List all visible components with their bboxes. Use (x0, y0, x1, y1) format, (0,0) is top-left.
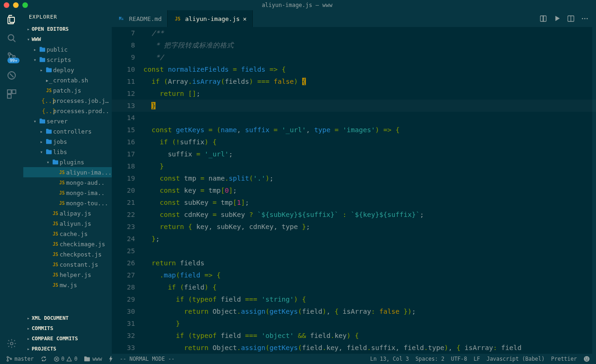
tree-item[interactable]: ▸controllers (23, 126, 112, 136)
tree-item[interactable]: JSmw.js (23, 280, 112, 290)
explorer-icon[interactable] (5, 13, 18, 26)
md-icon: M↓ (117, 16, 126, 21)
tree-label: crontab.sh (53, 77, 88, 84)
folder-status[interactable]: www (81, 356, 105, 362)
sh-icon: ▸_ (45, 77, 53, 84)
problems-status[interactable]: 0 0 (50, 356, 81, 362)
js-icon: JS (51, 231, 60, 236)
svg-point-0 (8, 35, 14, 40)
svg-point-16 (584, 18, 586, 20)
json-icon: {..} (45, 108, 53, 115)
encoding-status[interactable]: UTF-8 (448, 356, 471, 362)
js-icon: JS (173, 16, 182, 21)
tree-item[interactable]: ▾libs (23, 147, 112, 157)
svg-rect-7 (7, 90, 11, 94)
fld-icon (45, 67, 53, 73)
debug-icon[interactable] (5, 69, 18, 82)
section-open-editors[interactable]: ▸OPEN EDITORS (23, 24, 112, 34)
window-controls (4, 2, 28, 8)
cursor-position[interactable]: Ln 13, Col 3 (367, 356, 412, 362)
section-label: COMMITS (32, 325, 53, 331)
sidebar-title: EXPLORER (23, 10, 112, 24)
tree-item[interactable]: JSmongo-ima.. (23, 188, 112, 198)
tree-item[interactable]: ▾scripts (23, 54, 112, 65)
run-icon[interactable] (554, 15, 561, 22)
tree-item[interactable]: ▾plugins (23, 157, 112, 167)
js-icon: JS (45, 88, 53, 93)
tree-label: public (47, 46, 68, 53)
tree-label: cache.js (60, 230, 88, 237)
tree-item[interactable]: ▾server (23, 116, 112, 126)
tree-item[interactable]: JScheckimage.js (23, 239, 112, 249)
section-label: PROJECTS (32, 346, 56, 352)
language-status[interactable]: Javascript (Babel) (483, 356, 548, 362)
close-tab-icon[interactable]: ✕ (243, 15, 247, 22)
section-xml[interactable]: ▸XML DOCUMENT (23, 313, 112, 323)
tree-item[interactable]: {..}processes.job.j... (23, 95, 112, 106)
svg-rect-9 (7, 94, 11, 98)
tree-label: aliyun-ima... (66, 169, 112, 176)
tree-item[interactable]: {..}processes.prod.. (23, 106, 112, 116)
tree-item[interactable]: JShelper.js (23, 270, 112, 280)
source-control-icon[interactable]: 99+ (5, 50, 18, 63)
tree-item[interactable]: JSaliyun-ima... (23, 167, 112, 177)
editor[interactable]: 7891011121314151617181920212223242526272… (112, 27, 596, 354)
section-compare[interactable]: ▸COMPARE COMMITS (23, 333, 112, 344)
tree-item[interactable]: JSalipay.js (23, 208, 112, 218)
settings-gear-icon[interactable] (5, 337, 18, 350)
indent-status[interactable]: Spaces: 2 (412, 356, 447, 362)
fld-icon (45, 149, 53, 155)
error-count: 0 (61, 356, 65, 362)
code-content[interactable]: /** * 把字段转成标准的格式 */const normalizeFields… (143, 27, 592, 354)
tree-item[interactable]: JSconstant.js (23, 259, 112, 270)
tree-label: mongo-ima.. (66, 189, 105, 196)
fld-icon (45, 139, 53, 144)
tree-item[interactable]: JScache.js (23, 229, 112, 239)
tree-item[interactable]: JSaliyun.js (23, 218, 112, 229)
js-icon: JS (51, 252, 60, 257)
tree-label: libs (53, 148, 67, 155)
js-icon: JS (58, 190, 66, 195)
tree-item[interactable]: JSmongo-aud.. (23, 177, 112, 188)
activity-bar: 99+ (0, 10, 23, 354)
section-label: WWW (32, 36, 41, 42)
tree-item[interactable]: ▸deploy (23, 65, 112, 75)
tree-item[interactable]: ▸jobs (23, 136, 112, 147)
open-changes-icon[interactable] (540, 15, 547, 22)
more-actions-icon[interactable] (581, 15, 589, 22)
svg-line-6 (10, 74, 14, 77)
feedback-icon[interactable] (580, 356, 593, 362)
tree-item[interactable]: JSpatch.js (23, 85, 112, 95)
tree-label: controllers (53, 128, 92, 135)
file-tree: ▸public▾scripts▸deploy▸_crontab.shJSpatc… (23, 44, 112, 313)
svg-point-26 (587, 357, 588, 358)
editor-tab[interactable]: JSaliyun-image.js✕ (168, 10, 252, 27)
tree-label: alipay.js (60, 210, 91, 217)
extensions-icon[interactable] (5, 88, 18, 101)
eol-status[interactable]: LF (470, 356, 483, 362)
section-commits[interactable]: ▸COMMITS (23, 323, 112, 333)
search-icon[interactable] (5, 32, 18, 45)
section-projects[interactable]: ▸PROJECTS (23, 344, 112, 354)
close-window-button[interactable] (4, 2, 9, 8)
tree-label: constant.js (60, 261, 98, 268)
minimize-window-button[interactable] (13, 2, 19, 8)
bolt-status[interactable] (105, 356, 116, 362)
branch-status[interactable]: master (3, 356, 37, 362)
tree-item[interactable]: JScheckpost.js (23, 249, 112, 259)
tree-label: server (47, 118, 68, 125)
section-root[interactable]: ▾WWW (23, 34, 112, 44)
sync-status[interactable] (37, 356, 50, 362)
prettier-status[interactable]: Prettier (548, 356, 580, 362)
maximize-window-button[interactable] (22, 2, 28, 8)
split-editor-icon[interactable] (567, 15, 575, 22)
window-title: aliyun-image.js — www (28, 2, 566, 8)
editor-tab[interactable]: M↓README.md (112, 10, 168, 27)
editor-actions (540, 15, 596, 22)
js-icon: JS (51, 242, 60, 247)
svg-point-10 (10, 342, 13, 345)
tree-item[interactable]: JSmongo-tou... (23, 198, 112, 208)
tree-item[interactable]: ▸_crontab.sh (23, 75, 112, 85)
tree-item[interactable]: ▸public (23, 44, 112, 54)
minimap[interactable] (592, 27, 596, 354)
